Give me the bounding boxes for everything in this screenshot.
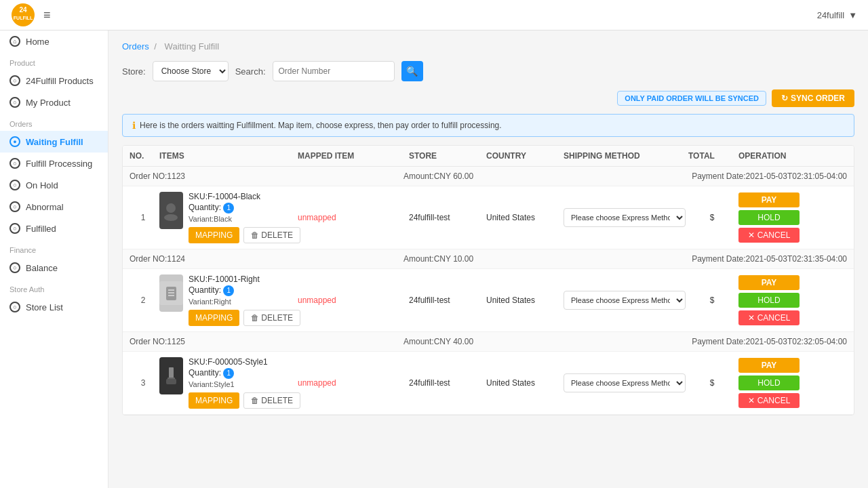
operations-1: PAY HOLD ✕CANCEL	[738, 192, 847, 243]
breadcrumb-separator: /	[154, 41, 157, 52]
item-qty-1: Quantity: 1	[189, 203, 300, 214]
hamburger-menu[interactable]: ≡	[43, 8, 51, 22]
mapped-status-3: unmapped	[298, 378, 406, 388]
sidebar-label-fulfill-processing: Fulfill Processing	[26, 159, 92, 169]
row-no-1: 1	[130, 213, 157, 222]
qty-badge-3: 1	[223, 368, 234, 379]
hold-button-2[interactable]: HOLD	[738, 293, 800, 308]
operations-2: PAY HOLD ✕CANCEL	[738, 275, 847, 325]
delete-button-2[interactable]: 🗑 DELETE	[243, 310, 300, 326]
item-actions-2: MAPPING 🗑 DELETE	[189, 310, 300, 326]
home-icon: ⌂	[9, 36, 20, 47]
order-payment-date-1124: Payment Date:2021-05-03T02:31:35-04:00	[692, 254, 847, 264]
nav-left: 24 FULFILL ≡	[11, 3, 51, 27]
product-img-icon-2	[159, 281, 183, 305]
trash-icon-2: 🗑	[251, 313, 259, 323]
mapping-button-2[interactable]: MAPPING	[189, 310, 239, 326]
sidebar-item-my-product[interactable]: ○ My Product	[0, 92, 108, 113]
on-hold-icon: ○	[9, 180, 20, 190]
order-number-1124: Order NO:1124	[130, 254, 185, 264]
store-select[interactable]: Choose Store	[153, 61, 229, 81]
shipping-select-3[interactable]: Please choose Express Method	[564, 373, 686, 392]
search-icon: 🔍	[406, 66, 418, 77]
user-dropdown-icon[interactable]: ▼	[848, 10, 857, 20]
cancel-button-1[interactable]: ✕CANCEL	[738, 228, 800, 243]
order-amount-1123: Amount:CNY 60.00	[403, 171, 473, 181]
mapped-status-2: unmapped	[298, 296, 406, 305]
svg-point-4	[166, 203, 176, 213]
shipping-select-1[interactable]: Please choose Express Method	[564, 208, 686, 227]
mapping-button-1[interactable]: MAPPING	[189, 227, 239, 243]
search-button[interactable]: 🔍	[401, 61, 423, 81]
fulfill-processing-icon: ○	[9, 158, 20, 169]
sidebar-item-fulfill-processing[interactable]: ○ Fulfill Processing	[0, 152, 108, 174]
item-cell-3: SKU:F-000005-Style1 Quantity: 1 Variant:…	[159, 357, 295, 409]
item-actions-3: MAPPING 🗑 DELETE	[189, 392, 300, 409]
cancel-button-3[interactable]: ✕CANCEL	[738, 393, 800, 408]
order-payment-date-1125: Payment Date:2021-05-03T02:32:05-04:00	[692, 337, 847, 346]
total-1: $	[688, 213, 736, 222]
delete-button-3[interactable]: 🗑 DELETE	[243, 392, 300, 409]
country-1: United States	[486, 213, 561, 222]
svg-point-5	[164, 214, 178, 221]
total-3: $	[688, 378, 736, 388]
sidebar-item-on-hold[interactable]: ○ On Hold	[0, 174, 108, 196]
sidebar-label-24fulfill-products: 24Fulfill Products	[26, 76, 94, 86]
product-image-2	[159, 274, 183, 312]
col-header-store: STORE	[409, 151, 484, 161]
sidebar: ⌂ Home Product ○ 24Fulfill Products ○ My…	[0, 30, 108, 488]
order-group-1123: Order NO:1123 Amount:CNY 60.00 Payment D…	[123, 167, 854, 249]
svg-rect-14	[166, 379, 176, 384]
search-input[interactable]	[273, 61, 395, 81]
cancel-button-2[interactable]: ✕CANCEL	[738, 310, 800, 325]
order-number-1125: Order NO:1125	[130, 337, 185, 346]
delete-button-1[interactable]: 🗑 DELETE	[243, 227, 300, 243]
sidebar-item-abnormal[interactable]: ○ Abnormal	[0, 196, 108, 218]
hold-button-3[interactable]: HOLD	[738, 375, 800, 390]
order-group-1124: Order NO:1124 Amount:CNY 10.00 Payment D…	[123, 249, 854, 332]
info-bar: ℹ Here is the orders waitting Fulfillmen…	[122, 114, 854, 137]
pay-button-3[interactable]: PAY	[738, 358, 800, 373]
orders-table: NO. ITEMS MAPPED ITEM STORE COUNTRY SHIP…	[122, 145, 854, 415]
row-no-2: 2	[130, 296, 157, 305]
main-content: Orders / Waitting Fulfill Store: Choose …	[108, 30, 868, 488]
sidebar-item-home[interactable]: ⌂ Home	[0, 30, 108, 52]
sync-order-label: SYNC ORDER	[791, 94, 845, 103]
sidebar-item-store-list[interactable]: ○ Store List	[0, 296, 108, 318]
item-qty-2: Quantity: 1	[189, 285, 300, 296]
sidebar-item-fulfilled[interactable]: ○ Fulfilled	[0, 218, 108, 239]
section-label-product: Product	[0, 52, 108, 70]
user-menu[interactable]: 24fulfill ▼	[817, 10, 857, 20]
item-cell-1: SKU:F-10004-Black Quantity: 1 Variant:Bl…	[159, 192, 295, 243]
my-product-icon: ○	[9, 97, 20, 108]
col-header-total: TOTAL	[688, 151, 736, 161]
col-header-country: COUNTRY	[486, 151, 561, 161]
hold-button-1[interactable]: HOLD	[738, 210, 800, 225]
sidebar-label-balance: Balance	[26, 263, 58, 273]
item-sku-3: SKU:F-000005-Style1	[189, 357, 300, 367]
order-group-header-1124: Order NO:1124 Amount:CNY 10.00 Payment D…	[123, 249, 854, 269]
sync-order-button[interactable]: ↻ SYNC ORDER	[772, 89, 854, 107]
search-label: Search:	[235, 66, 266, 77]
pay-button-1[interactable]: PAY	[738, 192, 800, 207]
sidebar-item-balance[interactable]: ○ Balance	[0, 257, 108, 279]
item-actions-1: MAPPING 🗑 DELETE	[189, 227, 300, 243]
col-header-shipping: SHIPPING METHOD	[564, 151, 686, 161]
item-variant-2: Variant:Right	[189, 298, 300, 306]
sync-bar: ONLY PAID ORDER WILL BE SYNCED ↻ SYNC OR…	[122, 89, 854, 107]
sidebar-item-waiting-fulfill[interactable]: ● Waiting Fulfill	[0, 131, 108, 152]
order-number-1123: Order NO:1123	[130, 171, 185, 181]
product-image-1	[159, 192, 183, 229]
cancel-icon-3: ✕	[748, 396, 755, 405]
breadcrumb-parent-link[interactable]: Orders	[122, 41, 149, 52]
product-image-3	[159, 357, 183, 394]
svg-rect-9	[168, 292, 174, 293]
sidebar-item-24fulfill-products[interactable]: ○ 24Fulfill Products	[0, 70, 108, 92]
shipping-select-2[interactable]: Please choose Express Method	[564, 291, 686, 310]
only-paid-badge: ONLY PAID ORDER WILL BE SYNCED	[617, 91, 766, 106]
table-row: 1 SKU:F-10004-Black Quantity: 1	[123, 186, 854, 249]
item-sku-1: SKU:F-10004-Black	[189, 192, 300, 201]
pay-button-2[interactable]: PAY	[738, 275, 800, 290]
order-group-header-1125: Order NO:1125 Amount:CNY 40.00 Payment D…	[123, 332, 854, 352]
mapping-button-3[interactable]: MAPPING	[189, 392, 239, 409]
